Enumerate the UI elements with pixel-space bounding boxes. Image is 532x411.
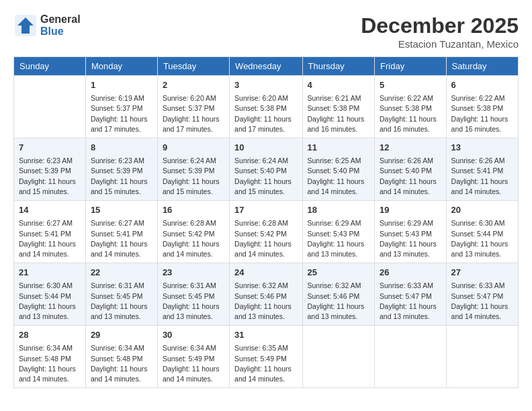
calendar-cell: 14Sunrise: 6:27 AMSunset: 5:41 PMDayligh… bbox=[14, 201, 86, 263]
day-number: 16 bbox=[163, 204, 224, 216]
day-info: Sunrise: 6:34 AMSunset: 5:49 PMDaylight:… bbox=[163, 343, 224, 384]
calendar-cell: 30Sunrise: 6:34 AMSunset: 5:49 PMDayligh… bbox=[157, 326, 229, 388]
day-info: Sunrise: 6:28 AMSunset: 5:42 PMDaylight:… bbox=[163, 218, 224, 259]
day-number: 15 bbox=[91, 204, 152, 216]
day-info: Sunrise: 6:26 AMSunset: 5:41 PMDaylight:… bbox=[451, 156, 513, 197]
logo-icon bbox=[13, 13, 38, 38]
day-number: 5 bbox=[380, 79, 441, 91]
day-info: Sunrise: 6:30 AMSunset: 5:44 PMDaylight:… bbox=[19, 281, 81, 322]
day-info: Sunrise: 6:25 AMSunset: 5:40 PMDaylight:… bbox=[308, 156, 370, 197]
title-block: December 2025 Estacion Tuzantan, Mexico bbox=[361, 13, 519, 50]
day-number: 22 bbox=[91, 267, 152, 279]
calendar-cell bbox=[446, 326, 518, 388]
day-number: 12 bbox=[380, 142, 441, 154]
day-number: 30 bbox=[163, 329, 224, 341]
day-info: Sunrise: 6:29 AMSunset: 5:43 PMDaylight:… bbox=[308, 218, 370, 259]
calendar-cell: 2Sunrise: 6:20 AMSunset: 5:37 PMDaylight… bbox=[157, 76, 229, 138]
calendar-cell: 3Sunrise: 6:20 AMSunset: 5:38 PMDaylight… bbox=[230, 76, 302, 138]
calendar-cell: 7Sunrise: 6:23 AMSunset: 5:39 PMDaylight… bbox=[14, 138, 86, 201]
calendar-cell: 17Sunrise: 6:28 AMSunset: 5:42 PMDayligh… bbox=[230, 201, 302, 263]
calendar-cell: 10Sunrise: 6:24 AMSunset: 5:40 PMDayligh… bbox=[230, 138, 302, 201]
calendar-week-row: 7Sunrise: 6:23 AMSunset: 5:39 PMDaylight… bbox=[14, 138, 519, 201]
day-number: 24 bbox=[234, 267, 297, 279]
day-number: 4 bbox=[308, 79, 370, 91]
day-info: Sunrise: 6:23 AMSunset: 5:39 PMDaylight:… bbox=[91, 156, 152, 197]
day-info: Sunrise: 6:28 AMSunset: 5:42 PMDaylight:… bbox=[234, 218, 297, 259]
weekday-header-tuesday: Tuesday bbox=[157, 57, 229, 76]
calendar-week-row: 21Sunrise: 6:30 AMSunset: 5:44 PMDayligh… bbox=[14, 263, 519, 326]
day-number: 28 bbox=[19, 329, 81, 341]
calendar-cell: 1Sunrise: 6:19 AMSunset: 5:37 PMDaylight… bbox=[85, 76, 157, 138]
location-subtitle: Estacion Tuzantan, Mexico bbox=[361, 38, 519, 50]
day-number: 7 bbox=[19, 142, 81, 154]
calendar-cell: 22Sunrise: 6:31 AMSunset: 5:45 PMDayligh… bbox=[85, 263, 157, 326]
day-info: Sunrise: 6:27 AMSunset: 5:41 PMDaylight:… bbox=[19, 218, 81, 259]
month-title: December 2025 bbox=[361, 13, 519, 38]
calendar-cell: 8Sunrise: 6:23 AMSunset: 5:39 PMDaylight… bbox=[85, 138, 157, 201]
calendar-cell: 13Sunrise: 6:26 AMSunset: 5:41 PMDayligh… bbox=[446, 138, 518, 201]
day-number: 13 bbox=[451, 142, 513, 154]
day-info: Sunrise: 6:21 AMSunset: 5:38 PMDaylight:… bbox=[308, 93, 370, 134]
page-header: General Blue December 2025 Estacion Tuza… bbox=[13, 13, 519, 50]
day-info: Sunrise: 6:20 AMSunset: 5:38 PMDaylight:… bbox=[234, 93, 297, 134]
day-info: Sunrise: 6:20 AMSunset: 5:37 PMDaylight:… bbox=[163, 93, 224, 134]
weekday-header-monday: Monday bbox=[85, 57, 157, 76]
day-number: 27 bbox=[451, 267, 513, 279]
day-number: 11 bbox=[308, 142, 370, 154]
calendar-cell: 28Sunrise: 6:34 AMSunset: 5:48 PMDayligh… bbox=[14, 326, 86, 388]
calendar-week-row: 14Sunrise: 6:27 AMSunset: 5:41 PMDayligh… bbox=[14, 201, 519, 263]
svg-rect-2 bbox=[21, 28, 30, 34]
day-info: Sunrise: 6:31 AMSunset: 5:45 PMDaylight:… bbox=[91, 281, 152, 322]
day-info: Sunrise: 6:34 AMSunset: 5:48 PMDaylight:… bbox=[19, 343, 81, 384]
day-number: 25 bbox=[308, 267, 370, 279]
day-info: Sunrise: 6:35 AMSunset: 5:49 PMDaylight:… bbox=[234, 343, 297, 384]
calendar-cell: 15Sunrise: 6:27 AMSunset: 5:41 PMDayligh… bbox=[85, 201, 157, 263]
day-number: 23 bbox=[163, 267, 224, 279]
day-info: Sunrise: 6:24 AMSunset: 5:39 PMDaylight:… bbox=[163, 156, 224, 197]
calendar-cell: 21Sunrise: 6:30 AMSunset: 5:44 PMDayligh… bbox=[14, 263, 86, 326]
day-info: Sunrise: 6:30 AMSunset: 5:44 PMDaylight:… bbox=[451, 218, 513, 259]
calendar-week-row: 28Sunrise: 6:34 AMSunset: 5:48 PMDayligh… bbox=[14, 326, 519, 388]
day-number: 26 bbox=[380, 267, 441, 279]
logo: General Blue bbox=[13, 13, 81, 38]
logo-text: General Blue bbox=[40, 13, 81, 38]
day-info: Sunrise: 6:29 AMSunset: 5:43 PMDaylight:… bbox=[380, 218, 441, 259]
day-info: Sunrise: 6:22 AMSunset: 5:38 PMDaylight:… bbox=[380, 93, 441, 134]
calendar-cell: 24Sunrise: 6:32 AMSunset: 5:46 PMDayligh… bbox=[230, 263, 302, 326]
day-number: 20 bbox=[451, 204, 513, 216]
day-number: 14 bbox=[19, 204, 81, 216]
logo-general: General bbox=[40, 13, 81, 26]
day-info: Sunrise: 6:22 AMSunset: 5:38 PMDaylight:… bbox=[451, 93, 513, 134]
calendar-cell: 27Sunrise: 6:33 AMSunset: 5:47 PMDayligh… bbox=[446, 263, 518, 326]
day-number: 18 bbox=[308, 204, 370, 216]
calendar-cell: 18Sunrise: 6:29 AMSunset: 5:43 PMDayligh… bbox=[302, 201, 375, 263]
calendar-cell: 29Sunrise: 6:34 AMSunset: 5:48 PMDayligh… bbox=[85, 326, 157, 388]
day-info: Sunrise: 6:33 AMSunset: 5:47 PMDaylight:… bbox=[380, 281, 441, 322]
calendar-cell: 26Sunrise: 6:33 AMSunset: 5:47 PMDayligh… bbox=[375, 263, 447, 326]
calendar-cell: 4Sunrise: 6:21 AMSunset: 5:38 PMDaylight… bbox=[302, 76, 375, 138]
weekday-header-saturday: Saturday bbox=[446, 57, 518, 76]
weekday-header-sunday: Sunday bbox=[14, 57, 86, 76]
day-number: 9 bbox=[163, 142, 224, 154]
calendar-header-row: SundayMondayTuesdayWednesdayThursdayFrid… bbox=[14, 57, 519, 76]
day-info: Sunrise: 6:23 AMSunset: 5:39 PMDaylight:… bbox=[19, 156, 81, 197]
calendar-cell: 31Sunrise: 6:35 AMSunset: 5:49 PMDayligh… bbox=[230, 326, 302, 388]
calendar-cell: 5Sunrise: 6:22 AMSunset: 5:38 PMDaylight… bbox=[375, 76, 447, 138]
day-number: 21 bbox=[19, 267, 81, 279]
calendar-cell: 11Sunrise: 6:25 AMSunset: 5:40 PMDayligh… bbox=[302, 138, 375, 201]
day-number: 10 bbox=[234, 142, 297, 154]
calendar-cell: 12Sunrise: 6:26 AMSunset: 5:40 PMDayligh… bbox=[375, 138, 447, 201]
logo-blue: Blue bbox=[40, 26, 81, 38]
day-number: 1 bbox=[91, 79, 152, 91]
day-number: 2 bbox=[163, 79, 224, 91]
day-info: Sunrise: 6:27 AMSunset: 5:41 PMDaylight:… bbox=[91, 218, 152, 259]
calendar-cell: 16Sunrise: 6:28 AMSunset: 5:42 PMDayligh… bbox=[157, 201, 229, 263]
day-number: 31 bbox=[234, 329, 297, 341]
day-number: 6 bbox=[451, 79, 513, 91]
calendar-cell bbox=[375, 326, 447, 388]
day-number: 8 bbox=[91, 142, 152, 154]
day-info: Sunrise: 6:34 AMSunset: 5:48 PMDaylight:… bbox=[91, 343, 152, 384]
day-info: Sunrise: 6:31 AMSunset: 5:45 PMDaylight:… bbox=[163, 281, 224, 322]
calendar-cell: 20Sunrise: 6:30 AMSunset: 5:44 PMDayligh… bbox=[446, 201, 518, 263]
day-info: Sunrise: 6:24 AMSunset: 5:40 PMDaylight:… bbox=[234, 156, 297, 197]
